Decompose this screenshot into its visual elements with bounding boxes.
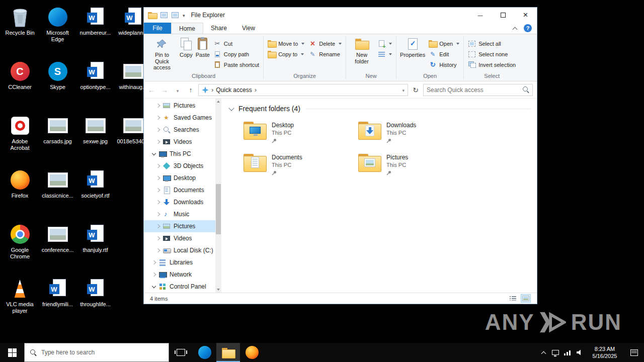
tile-pictures[interactable]: Pictures This PC: [358, 153, 473, 185]
nav-searches[interactable]: Searches: [144, 124, 221, 136]
nav-scrollbar[interactable]: [215, 99, 221, 293]
desktop-icon-recycle-bin[interactable]: Recycle Bin: [1, 3, 39, 57]
tab-view[interactable]: View: [234, 23, 263, 34]
taskbar-file-explorer-button[interactable]: [216, 343, 240, 362]
nav-libraries[interactable]: Libraries: [144, 256, 221, 268]
desktop-icon-throughlife[interactable]: throughlife...: [76, 275, 114, 329]
move-to-button[interactable]: Move to: [266, 38, 306, 49]
expand-chevron-icon[interactable]: [151, 273, 157, 276]
taskbar-search-input[interactable]: [41, 349, 163, 356]
collapse-chevron-icon[interactable]: [151, 286, 157, 288]
taskbar-firefox-button[interactable]: [240, 343, 264, 362]
tile-downloads[interactable]: Downloads This PC: [358, 121, 473, 153]
easy-access-button[interactable]: [375, 49, 394, 59]
nav-network[interactable]: Network: [144, 268, 221, 281]
details-view-button[interactable]: [508, 294, 518, 303]
desktop-icon-microsoft-edge[interactable]: Microsoft Edge: [39, 3, 76, 57]
expand-chevron-icon[interactable]: [155, 164, 161, 167]
copy-to-button[interactable]: Copy to: [266, 49, 306, 59]
nav-pictures[interactable]: Pictures: [144, 220, 221, 232]
breadcrumb-chevron-icon[interactable]: [211, 86, 213, 94]
open-button[interactable]: Open: [427, 38, 461, 49]
expand-chevron-icon[interactable]: [155, 249, 161, 252]
breadcrumb[interactable]: Quick access: [216, 86, 252, 94]
desktop-icon-sexwe-jpg[interactable]: sexwe.jpg: [76, 112, 114, 166]
minimize-button[interactable]: [469, 8, 492, 23]
nav-documents[interactable]: Documents: [144, 184, 221, 196]
paste-shortcut-button[interactable]: Paste shortcut: [211, 59, 261, 70]
explorer-search-box[interactable]: [423, 84, 533, 96]
expand-chevron-icon[interactable]: [155, 237, 161, 240]
copy-button[interactable]: Copy: [178, 35, 194, 58]
copy-path-button[interactable]: Copy path: [211, 49, 261, 59]
nav-pictures-user[interactable]: Pictures: [144, 100, 221, 112]
desktop-icon-skype[interactable]: Skype: [39, 57, 76, 112]
maximize-button[interactable]: [492, 8, 514, 23]
taskbar-clock[interactable]: 8:23 AM 5/16/2025: [586, 345, 624, 360]
nav-3d-objects[interactable]: 3D Objects: [144, 160, 221, 172]
new-folder-button[interactable]: New folder: [348, 35, 375, 64]
collapse-ribbon-button[interactable]: [513, 27, 518, 32]
qat-new-folder-button[interactable]: [172, 12, 179, 18]
nav-music[interactable]: Music: [144, 208, 221, 220]
rename-button[interactable]: Rename: [306, 49, 344, 59]
nav-videos[interactable]: Videos: [144, 232, 221, 244]
expand-chevron-icon[interactable]: [155, 116, 161, 119]
invert-selection-button[interactable]: Invert selection: [466, 59, 518, 70]
taskbar-edge-button[interactable]: [193, 343, 216, 362]
desktop-icon-societyof-rtf[interactable]: societyof.rtf: [76, 166, 114, 220]
history-button[interactable]: History: [427, 59, 461, 70]
nav-desktop[interactable]: Desktop: [144, 172, 221, 184]
desktop-icon-ccleaner[interactable]: CCleaner: [1, 57, 39, 112]
tab-file[interactable]: File: [144, 23, 171, 34]
scroll-up-arrow[interactable]: [215, 99, 221, 105]
desktop-icon-optiontype[interactable]: optiontype...: [76, 57, 114, 112]
collapse-chevron-icon[interactable]: [151, 153, 157, 155]
tray-display-button[interactable]: [549, 343, 561, 362]
desktop-icon-carsads-jpg[interactable]: carsads.jpg: [39, 112, 76, 166]
pin-to-quick-access-button[interactable]: Pin to Quick access: [146, 35, 178, 71]
select-none-button[interactable]: Select none: [466, 49, 518, 59]
address-bar[interactable]: Quick access: [198, 84, 408, 96]
qat-customize-chevron-icon[interactable]: [183, 12, 185, 19]
address-dropdown-button[interactable]: [402, 86, 405, 94]
desktop-icon-vlc[interactable]: VLC media player: [1, 275, 39, 329]
up-button[interactable]: [185, 86, 196, 94]
cut-button[interactable]: Cut: [211, 38, 261, 49]
nav-local-disk-c[interactable]: Local Disk (C:): [144, 244, 221, 256]
hidden-icons-button[interactable]: [537, 343, 549, 362]
new-item-button[interactable]: [375, 38, 394, 49]
recent-locations-button[interactable]: [172, 86, 183, 94]
paste-button[interactable]: Paste: [194, 35, 211, 58]
nav-videos-user[interactable]: Videos: [144, 136, 221, 148]
task-view-button[interactable]: [169, 343, 193, 362]
forward-button[interactable]: [159, 86, 170, 94]
expand-chevron-icon[interactable]: [155, 104, 161, 107]
desktop-icon-adobe-acrobat[interactable]: Adobe Acrobat: [1, 112, 39, 166]
tab-home[interactable]: Home: [171, 23, 203, 34]
refresh-button[interactable]: [410, 86, 421, 94]
desktop-icon-numbereur[interactable]: numbereur...: [76, 3, 114, 57]
qat-properties-button[interactable]: [160, 12, 168, 18]
delete-button[interactable]: Delete: [306, 38, 344, 49]
expand-chevron-icon[interactable]: [155, 176, 161, 179]
desktop-icon-friendlymili[interactable]: friendlymili...: [39, 275, 76, 329]
desktop-icon-firefox[interactable]: Firefox: [1, 166, 39, 220]
expand-chevron-icon[interactable]: [151, 261, 157, 264]
frequent-folders-header[interactable]: Frequent folders (4): [228, 105, 531, 113]
nav-downloads[interactable]: Downloads: [144, 196, 221, 208]
tray-volume-button[interactable]: [574, 343, 586, 362]
large-icons-view-button[interactable]: [521, 294, 531, 303]
expand-chevron-icon[interactable]: [155, 213, 161, 216]
desktop-icon-conference[interactable]: conference...: [39, 220, 76, 275]
tray-network-button[interactable]: [561, 343, 574, 362]
desktop-icon-google-chrome[interactable]: Google Chrome: [1, 220, 39, 275]
edit-button[interactable]: Edit: [427, 49, 461, 59]
properties-button[interactable]: Properties: [398, 35, 427, 58]
tile-documents[interactable]: Documents This PC: [244, 153, 358, 185]
nav-control-panel[interactable]: Control Panel: [144, 281, 221, 293]
nav-this-pc[interactable]: This PC: [144, 148, 221, 160]
expand-chevron-icon[interactable]: [155, 140, 161, 143]
expand-chevron-icon[interactable]: [155, 225, 161, 228]
title-bar[interactable]: File Explorer: [144, 8, 537, 23]
